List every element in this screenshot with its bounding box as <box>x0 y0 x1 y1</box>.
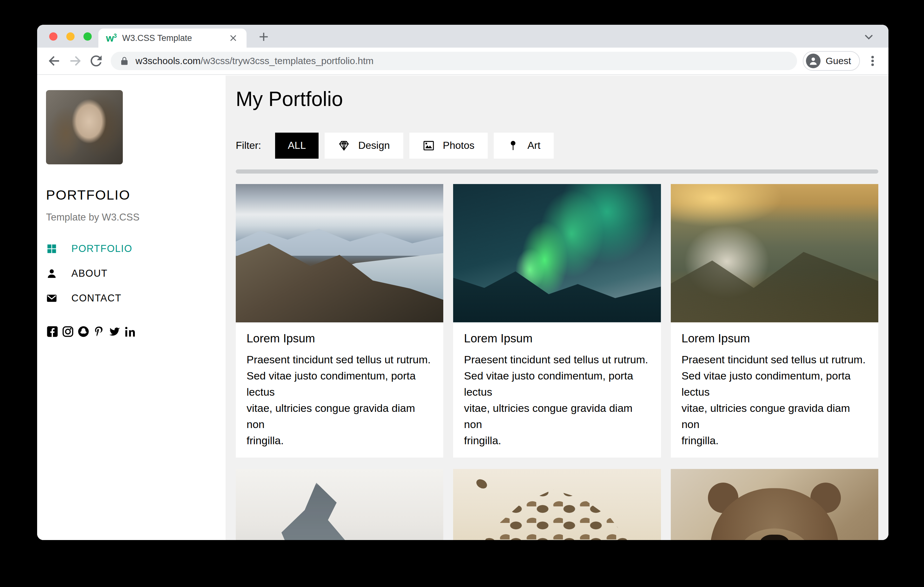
pinterest-icon[interactable] <box>92 325 106 338</box>
portfolio-card <box>671 469 878 540</box>
golden-mountains-photo <box>671 184 878 322</box>
sidebar-tagline: Template by W3.CSS <box>46 212 216 223</box>
page-content: PORTFOLIO Template by W3.CSS PORTFOLIO A… <box>37 76 888 540</box>
portfolio-card: Lorem Ipsum Praesent tincidunt sed tellu… <box>453 184 661 458</box>
filter-art-button[interactable]: Art <box>494 133 554 159</box>
gem-icon <box>338 140 350 152</box>
sidebar-heading: PORTFOLIO <box>46 187 216 203</box>
portfolio-card <box>236 469 443 540</box>
social-links <box>46 325 216 338</box>
linkedin-icon[interactable] <box>124 325 137 338</box>
profile-button[interactable]: Guest <box>803 51 860 71</box>
forward-button[interactable] <box>67 53 83 69</box>
new-tab-button[interactable] <box>257 30 271 44</box>
lock-icon <box>120 56 129 66</box>
close-window-button[interactable] <box>49 32 58 41</box>
w3css-logo-icon: w3 <box>106 33 116 43</box>
profile-photo <box>46 90 123 164</box>
page-title: My Portfolio <box>236 87 878 111</box>
portfolio-grid: Lorem Ipsum Praesent tincidunt sed tellu… <box>236 184 878 540</box>
sidebar-item-about[interactable]: ABOUT <box>46 266 216 281</box>
card-title: Lorem Ipsum <box>464 332 650 345</box>
browser-menu-button[interactable] <box>866 54 879 68</box>
zoom-window-button[interactable] <box>83 32 92 41</box>
guest-label: Guest <box>826 56 851 66</box>
aurora-photo <box>453 184 661 322</box>
sidebar-nav: PORTFOLIO ABOUT CONTACT <box>46 241 216 305</box>
instagram-icon[interactable] <box>61 325 74 338</box>
main-content: My Portfolio Filter: ALL Design Photos <box>226 76 888 540</box>
card-title: Lorem Ipsum <box>247 332 432 345</box>
filter-photos-button[interactable]: Photos <box>409 133 488 159</box>
avatar <box>806 54 820 68</box>
snapchat-icon[interactable] <box>77 325 90 338</box>
card-text: Praesent tincidunt sed tellus ut rutrum.… <box>681 351 868 448</box>
filter-bar: Filter: ALL Design Photos <box>236 133 878 159</box>
back-button[interactable] <box>46 53 63 69</box>
filter-label: Filter: <box>236 140 261 151</box>
chevron-down-icon[interactable] <box>863 30 875 43</box>
facebook-icon[interactable] <box>46 325 59 338</box>
bear-photo <box>671 469 878 540</box>
grid-icon <box>46 243 58 254</box>
card-text: Praesent tincidunt sed tellus ut rutrum.… <box>464 351 650 448</box>
url-text: w3schools.com/w3css/tryw3css_templates_p… <box>135 56 373 66</box>
reload-button[interactable] <box>88 53 104 69</box>
minimize-window-button[interactable] <box>66 32 74 41</box>
image-icon <box>422 140 435 152</box>
twitter-icon[interactable] <box>108 325 121 338</box>
tab-title: W3.CSS Template <box>122 33 228 43</box>
user-icon <box>46 268 58 279</box>
portfolio-card <box>453 469 661 540</box>
mountain-lake-photo <box>236 184 443 322</box>
sidebar-item-portfolio[interactable]: PORTFOLIO <box>46 241 216 256</box>
coffee-beans-photo <box>453 469 661 540</box>
window-controls <box>49 32 92 41</box>
sidebar-item-label: ABOUT <box>71 268 107 279</box>
content-divider <box>236 170 878 173</box>
sidebar-item-contact[interactable]: CONTACT <box>46 291 216 305</box>
foggy-mountain-photo <box>236 469 443 540</box>
browser-tab[interactable]: w3 W3.CSS Template <box>98 28 247 48</box>
card-title: Lorem Ipsum <box>681 332 868 345</box>
address-bar[interactable]: w3schools.com/w3css/tryw3css_templates_p… <box>111 52 797 70</box>
browser-window: w3 W3.CSS Template w3schools.com/w3css/t <box>37 25 888 540</box>
envelope-icon <box>46 293 58 304</box>
card-text: Praesent tincidunt sed tellus ut rutrum.… <box>247 351 432 448</box>
filter-design-button[interactable]: Design <box>325 133 403 159</box>
sidebar-item-label: PORTFOLIO <box>71 243 132 254</box>
portfolio-card: Lorem Ipsum Praesent tincidunt sed tellu… <box>236 184 443 458</box>
sidebar: PORTFOLIO Template by W3.CSS PORTFOLIO A… <box>37 76 226 540</box>
tab-close-icon[interactable] <box>228 32 239 44</box>
browser-toolbar: w3schools.com/w3css/tryw3css_templates_p… <box>37 48 888 75</box>
map-pin-icon <box>507 140 519 152</box>
tab-strip: w3 W3.CSS Template <box>37 25 888 48</box>
filter-all-button[interactable]: ALL <box>275 133 318 159</box>
portfolio-card: Lorem Ipsum Praesent tincidunt sed tellu… <box>671 184 878 458</box>
sidebar-item-label: CONTACT <box>71 293 122 304</box>
